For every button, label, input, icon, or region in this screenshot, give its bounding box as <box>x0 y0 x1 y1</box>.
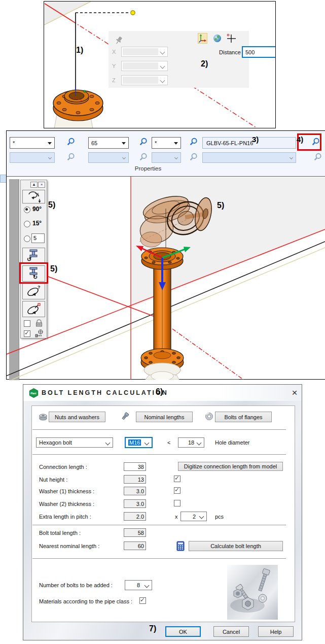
bolt-icon <box>121 412 130 421</box>
filter-combo-1[interactable]: * <box>10 137 55 149</box>
step-label-6: 6) <box>156 387 163 396</box>
snap-point-marker[interactable] <box>131 11 135 15</box>
filter-combo-2b <box>88 152 129 163</box>
globe-icon[interactable] <box>213 35 221 42</box>
angle-90-radio[interactable] <box>24 207 30 213</box>
spec-toolbar: * 65 * GLBV-65-FL-PN16 Properties <box>7 131 325 177</box>
nut-height-checkbox[interactable] <box>174 476 180 482</box>
materials-checkbox[interactable] <box>139 597 146 604</box>
angle-90-label: 90° <box>32 206 42 213</box>
rotate-tool-panel: ▲ × 90° 15° 5 ↺ ↻ ? <box>20 180 47 338</box>
pcs-label: pcs <box>215 514 224 520</box>
calculator-icon <box>176 541 185 551</box>
extra-length-label: Extra length in pitch : <box>39 514 91 520</box>
svg-text:Plant: Plant <box>30 392 37 395</box>
coordinate-input-panel: X Y Z Distance 500 <box>109 31 249 88</box>
step-label-5c: 5) <box>217 201 224 210</box>
digitize-button[interactable]: Digitize connection length from model <box>178 462 283 471</box>
washer1-checkbox[interactable] <box>174 487 180 494</box>
lock-icon <box>35 319 43 327</box>
distance-input[interactable]: 500 <box>242 46 276 58</box>
cancel-button[interactable]: Cancel <box>213 626 249 637</box>
plant-logo-icon: Plant <box>29 388 39 398</box>
extra-length-input[interactable]: 2.0 <box>124 512 146 521</box>
search-icon[interactable] <box>139 138 148 146</box>
nominal-lengths-button[interactable]: Nominal lengths <box>136 412 193 422</box>
spec-name-field-b <box>202 152 296 163</box>
ok-button[interactable]: OK <box>165 626 201 637</box>
nearest-nominal-label: Nearest nominal length : <box>39 543 99 549</box>
help-button[interactable]: Help <box>258 626 294 637</box>
separator <box>32 429 286 430</box>
washer2-input[interactable]: 3.0 <box>124 499 146 508</box>
calculate-button[interactable]: Calculate bolt length <box>189 541 283 551</box>
connection-length-input[interactable]: 38 <box>124 462 146 471</box>
filter-combo-2[interactable]: 65 <box>88 137 129 149</box>
nut-icon <box>39 413 48 421</box>
close-icon[interactable]: × <box>38 182 45 188</box>
angle-custom-input[interactable]: 5 <box>31 233 45 243</box>
distance-label: Distance <box>219 49 241 55</box>
rotate-tool-button[interactable] <box>22 190 45 204</box>
bolts-added-combo[interactable]: 8 <box>125 580 152 590</box>
washer2-checkbox[interactable] <box>174 500 180 506</box>
dialog-title: BOLT LENGTH CALCULATION <box>42 389 168 396</box>
separator <box>32 454 286 455</box>
z-coordinate-input[interactable] <box>121 75 168 85</box>
step-label-7: 7) <box>149 624 156 633</box>
nut-height-label: Nut height : <box>39 477 67 483</box>
washer1-label: Washer (1) thickness : <box>39 488 94 494</box>
search-icon-disabled <box>189 153 198 161</box>
axes-mode-button[interactable] <box>198 33 207 44</box>
crosshair-icon[interactable] <box>226 33 237 44</box>
bolts-flanges-button[interactable]: Bolts of flanges <box>215 412 272 422</box>
bolts-added-label: Number of bolts to be added : <box>39 582 113 588</box>
filter-combo-3[interactable]: * <box>152 137 181 149</box>
bolt-total-label: Bolt total length : <box>39 530 81 536</box>
rotate-ccw-button[interactable]: ↺ <box>22 248 45 264</box>
pitch-count-combo[interactable]: 2 <box>180 512 207 521</box>
bolt-total-input: 58 <box>124 528 146 537</box>
y-coordinate-input[interactable] <box>121 61 168 71</box>
angle-15-radio[interactable] <box>24 221 30 227</box>
collapse-button[interactable]: ▲ <box>30 182 38 188</box>
hole-diameter-combo[interactable]: 18 <box>178 437 204 448</box>
free-rotate-point-button[interactable] <box>22 301 45 317</box>
z-axis-label: Z <box>112 77 116 83</box>
washer1-input[interactable]: 3.0 <box>124 487 146 495</box>
bolt-size-combo[interactable]: M16 <box>125 437 153 448</box>
pin-icon[interactable] <box>115 36 123 45</box>
rotate-tool-icon <box>23 190 45 203</box>
close-icon[interactable]: × <box>288 387 301 399</box>
step-label-4: 4) <box>297 135 303 144</box>
axis-lock-checkbox[interactable] <box>24 330 30 337</box>
bolt-length-dialog: Plant BOLT LENGTH CALCULATION × 6) Nuts … <box>23 384 302 640</box>
washer2-label: Washer (2) thickness : <box>39 501 94 507</box>
spec-name-field[interactable]: GLBV-65-FL-PN16 <box>202 137 296 149</box>
bolt-axis-icon <box>34 329 44 337</box>
connection-length-label: Connection length : <box>39 464 87 470</box>
nuts-washers-button[interactable]: Nuts and washers <box>49 412 105 422</box>
nut-height-input[interactable]: 13 <box>124 475 146 484</box>
search-icon-disabled <box>139 153 148 161</box>
model-workspace: * 65 * GLBV-65-FL-PN16 Properties <box>6 130 325 380</box>
less-than-label: < <box>167 439 170 446</box>
properties-bar-label[interactable]: Properties <box>125 165 171 172</box>
search-icon[interactable] <box>66 138 75 146</box>
free-rotate-button[interactable]: ? <box>22 283 45 299</box>
step-label-5b: 5) <box>50 264 57 274</box>
angle-custom-radio[interactable] <box>24 235 30 242</box>
flange-model[interactable] <box>53 87 103 128</box>
free-rotate-icon: ? <box>25 284 43 298</box>
x-coordinate-input[interactable] <box>121 47 168 57</box>
x-axis-label: X <box>112 49 116 55</box>
search-icon[interactable] <box>189 138 198 146</box>
nearest-nominal-input: 60 <box>124 541 146 550</box>
measure-viewport[interactable]: X Y Z Distance 500 <box>44 1 276 128</box>
axes-icon <box>198 33 207 43</box>
washer-icon <box>205 412 213 421</box>
bolt-type-combo[interactable]: Hexagon bolt <box>36 437 113 448</box>
step-label-5a: 5) <box>48 200 55 210</box>
materials-label: Materials according to the pipe class : <box>39 598 132 604</box>
lock-checkbox[interactable] <box>24 320 30 327</box>
